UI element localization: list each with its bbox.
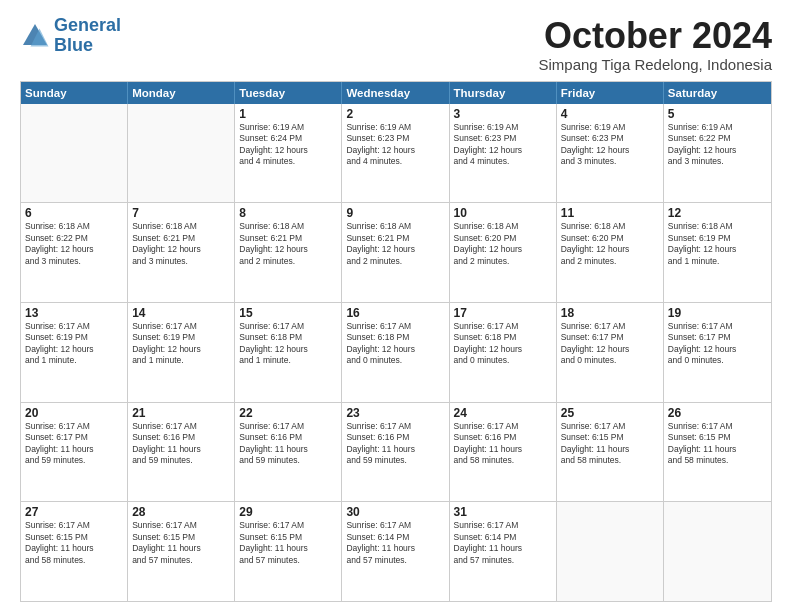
cell-info: Sunrise: 6:19 AM Sunset: 6:23 PM Dayligh… [561,122,659,168]
calendar-cell-empty [557,502,664,601]
calendar-cell: 11Sunrise: 6:18 AM Sunset: 6:20 PM Dayli… [557,203,664,302]
cell-info: Sunrise: 6:17 AM Sunset: 6:17 PM Dayligh… [25,421,123,467]
cell-info: Sunrise: 6:18 AM Sunset: 6:21 PM Dayligh… [239,221,337,267]
calendar-cell-empty [128,104,235,203]
day-number: 4 [561,107,659,121]
cell-info: Sunrise: 6:17 AM Sunset: 6:15 PM Dayligh… [25,520,123,566]
cell-info: Sunrise: 6:19 AM Sunset: 6:23 PM Dayligh… [346,122,444,168]
day-number: 31 [454,505,552,519]
cell-info: Sunrise: 6:19 AM Sunset: 6:24 PM Dayligh… [239,122,337,168]
day-number: 27 [25,505,123,519]
day-number: 17 [454,306,552,320]
day-number: 22 [239,406,337,420]
day-number: 25 [561,406,659,420]
calendar-cell-empty [664,502,771,601]
cell-info: Sunrise: 6:17 AM Sunset: 6:18 PM Dayligh… [346,321,444,367]
calendar-cell: 4Sunrise: 6:19 AM Sunset: 6:23 PM Daylig… [557,104,664,203]
calendar-cell: 2Sunrise: 6:19 AM Sunset: 6:23 PM Daylig… [342,104,449,203]
calendar-header-cell: Sunday [21,82,128,104]
day-number: 28 [132,505,230,519]
calendar-cell: 21Sunrise: 6:17 AM Sunset: 6:16 PM Dayli… [128,403,235,502]
logo: General Blue [20,16,121,56]
title-block: October 2024 Simpang Tiga Redelong, Indo… [539,16,773,73]
cell-info: Sunrise: 6:17 AM Sunset: 6:19 PM Dayligh… [25,321,123,367]
cell-info: Sunrise: 6:17 AM Sunset: 6:15 PM Dayligh… [668,421,767,467]
cell-info: Sunrise: 6:18 AM Sunset: 6:21 PM Dayligh… [132,221,230,267]
calendar-cell: 29Sunrise: 6:17 AM Sunset: 6:15 PM Dayli… [235,502,342,601]
calendar-cell: 25Sunrise: 6:17 AM Sunset: 6:15 PM Dayli… [557,403,664,502]
cell-info: Sunrise: 6:19 AM Sunset: 6:22 PM Dayligh… [668,122,767,168]
logo-general-text: General [54,15,121,35]
calendar-cell: 19Sunrise: 6:17 AM Sunset: 6:17 PM Dayli… [664,303,771,402]
calendar-body: 1Sunrise: 6:19 AM Sunset: 6:24 PM Daylig… [21,104,771,601]
cell-info: Sunrise: 6:18 AM Sunset: 6:19 PM Dayligh… [668,221,767,267]
calendar-header-cell: Saturday [664,82,771,104]
cell-info: Sunrise: 6:17 AM Sunset: 6:16 PM Dayligh… [132,421,230,467]
cell-info: Sunrise: 6:17 AM Sunset: 6:16 PM Dayligh… [454,421,552,467]
calendar-row: 13Sunrise: 6:17 AM Sunset: 6:19 PM Dayli… [21,302,771,402]
cell-info: Sunrise: 6:17 AM Sunset: 6:15 PM Dayligh… [239,520,337,566]
calendar: SundayMondayTuesdayWednesdayThursdayFrid… [20,81,772,602]
day-number: 7 [132,206,230,220]
day-number: 12 [668,206,767,220]
calendar-cell: 12Sunrise: 6:18 AM Sunset: 6:19 PM Dayli… [664,203,771,302]
day-number: 8 [239,206,337,220]
calendar-cell: 31Sunrise: 6:17 AM Sunset: 6:14 PM Dayli… [450,502,557,601]
day-number: 30 [346,505,444,519]
calendar-header-cell: Friday [557,82,664,104]
calendar-cell: 20Sunrise: 6:17 AM Sunset: 6:17 PM Dayli… [21,403,128,502]
day-number: 18 [561,306,659,320]
logo-blue-text: Blue [54,35,93,55]
cell-info: Sunrise: 6:17 AM Sunset: 6:16 PM Dayligh… [239,421,337,467]
cell-info: Sunrise: 6:17 AM Sunset: 6:16 PM Dayligh… [346,421,444,467]
cell-info: Sunrise: 6:17 AM Sunset: 6:17 PM Dayligh… [561,321,659,367]
day-number: 2 [346,107,444,121]
cell-info: Sunrise: 6:17 AM Sunset: 6:18 PM Dayligh… [454,321,552,367]
day-number: 5 [668,107,767,121]
day-number: 10 [454,206,552,220]
cell-info: Sunrise: 6:17 AM Sunset: 6:14 PM Dayligh… [346,520,444,566]
calendar-cell: 8Sunrise: 6:18 AM Sunset: 6:21 PM Daylig… [235,203,342,302]
location-title: Simpang Tiga Redelong, Indonesia [539,56,773,73]
calendar-cell: 7Sunrise: 6:18 AM Sunset: 6:21 PM Daylig… [128,203,235,302]
day-number: 24 [454,406,552,420]
calendar-cell: 5Sunrise: 6:19 AM Sunset: 6:22 PM Daylig… [664,104,771,203]
calendar-cell: 9Sunrise: 6:18 AM Sunset: 6:21 PM Daylig… [342,203,449,302]
calendar-cell: 18Sunrise: 6:17 AM Sunset: 6:17 PM Dayli… [557,303,664,402]
cell-info: Sunrise: 6:17 AM Sunset: 6:19 PM Dayligh… [132,321,230,367]
calendar-cell: 15Sunrise: 6:17 AM Sunset: 6:18 PM Dayli… [235,303,342,402]
day-number: 9 [346,206,444,220]
day-number: 14 [132,306,230,320]
day-number: 11 [561,206,659,220]
day-number: 21 [132,406,230,420]
calendar-cell: 6Sunrise: 6:18 AM Sunset: 6:22 PM Daylig… [21,203,128,302]
calendar-cell-empty [21,104,128,203]
calendar-cell: 30Sunrise: 6:17 AM Sunset: 6:14 PM Dayli… [342,502,449,601]
calendar-cell: 10Sunrise: 6:18 AM Sunset: 6:20 PM Dayli… [450,203,557,302]
day-number: 16 [346,306,444,320]
month-title: October 2024 [539,16,773,56]
calendar-cell: 13Sunrise: 6:17 AM Sunset: 6:19 PM Dayli… [21,303,128,402]
cell-info: Sunrise: 6:17 AM Sunset: 6:17 PM Dayligh… [668,321,767,367]
day-number: 26 [668,406,767,420]
cell-info: Sunrise: 6:17 AM Sunset: 6:15 PM Dayligh… [132,520,230,566]
day-number: 15 [239,306,337,320]
cell-info: Sunrise: 6:18 AM Sunset: 6:22 PM Dayligh… [25,221,123,267]
cell-info: Sunrise: 6:17 AM Sunset: 6:18 PM Dayligh… [239,321,337,367]
calendar-cell: 22Sunrise: 6:17 AM Sunset: 6:16 PM Dayli… [235,403,342,502]
day-number: 20 [25,406,123,420]
calendar-cell: 1Sunrise: 6:19 AM Sunset: 6:24 PM Daylig… [235,104,342,203]
calendar-cell: 24Sunrise: 6:17 AM Sunset: 6:16 PM Dayli… [450,403,557,502]
calendar-cell: 27Sunrise: 6:17 AM Sunset: 6:15 PM Dayli… [21,502,128,601]
calendar-row: 20Sunrise: 6:17 AM Sunset: 6:17 PM Dayli… [21,402,771,502]
calendar-cell: 17Sunrise: 6:17 AM Sunset: 6:18 PM Dayli… [450,303,557,402]
calendar-row: 6Sunrise: 6:18 AM Sunset: 6:22 PM Daylig… [21,202,771,302]
calendar-cell: 3Sunrise: 6:19 AM Sunset: 6:23 PM Daylig… [450,104,557,203]
day-number: 3 [454,107,552,121]
day-number: 1 [239,107,337,121]
cell-info: Sunrise: 6:18 AM Sunset: 6:20 PM Dayligh… [454,221,552,267]
calendar-row: 1Sunrise: 6:19 AM Sunset: 6:24 PM Daylig… [21,104,771,203]
calendar-header-cell: Tuesday [235,82,342,104]
calendar-row: 27Sunrise: 6:17 AM Sunset: 6:15 PM Dayli… [21,501,771,601]
day-number: 29 [239,505,337,519]
